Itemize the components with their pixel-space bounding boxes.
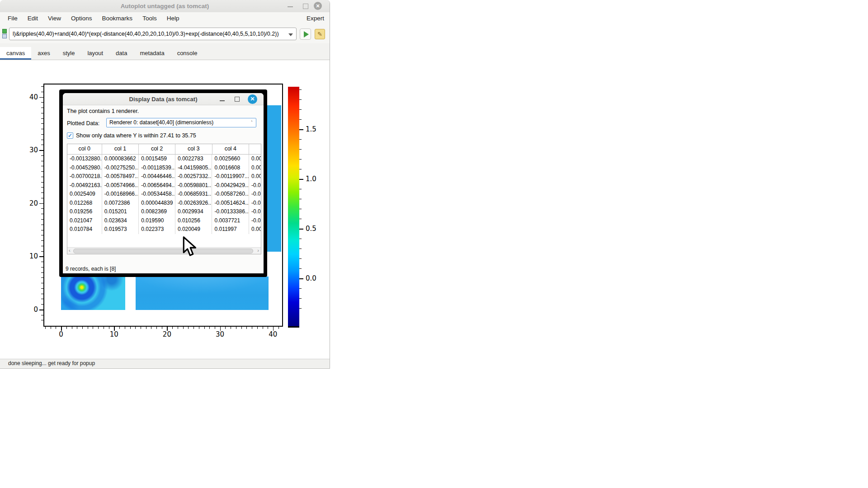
colorbar-tick-mark-1.0 — [299, 179, 303, 180]
inspect-uri-button[interactable]: ✎ — [315, 29, 325, 39]
table-cell: -0.00700218... — [67, 172, 102, 181]
chevron-down-icon: ˋ — [251, 119, 253, 128]
column-header-3[interactable]: col 3 — [175, 144, 212, 154]
table-cell: 0.012268 — [67, 199, 102, 208]
plotted-data-select[interactable]: Renderer 0: dataset[40,40] (dimensionles… — [106, 118, 256, 127]
table-cell: -0.00168966... — [102, 190, 139, 199]
dialog-close-icon[interactable]: ✕ — [248, 94, 257, 104]
menu-item-bookmarks[interactable]: Bookmarks — [97, 13, 138, 23]
filter-checkbox[interactable]: ✓ — [67, 132, 73, 139]
table-cell: 0.020049 — [175, 225, 212, 234]
expert-menu[interactable]: Expert — [307, 15, 324, 22]
menu-item-view[interactable]: View — [43, 13, 66, 23]
tab-layout[interactable]: layout — [81, 47, 109, 60]
tab-console[interactable]: console — [171, 47, 204, 60]
spectrogram-right-strip — [266, 105, 281, 252]
column-header-4[interactable]: col 4 — [212, 144, 250, 154]
colorbar[interactable] — [288, 87, 299, 328]
table-row[interactable]: 0.0192560.0152010.00823690.0029934-0.001… — [67, 207, 261, 216]
table-cell: -0.00446446... — [139, 172, 175, 181]
data-table[interactable]: col 0col 1col 2col 3col 4 -0.00132880...… — [67, 144, 261, 254]
table-cell: -0.00133386... — [212, 207, 249, 216]
datasource-green-icon — [2, 29, 7, 33]
table-cell: 0.0029934 — [175, 207, 212, 216]
window-minimize-icon[interactable] — [288, 6, 293, 7]
table-cell: -0.00514624... — [212, 199, 249, 208]
horizontal-scrollbar[interactable]: ‹ › — [67, 247, 261, 254]
tab-canvas[interactable]: canvas — [0, 47, 31, 60]
table-row[interactable]: 0.0107840.0195730.0223730.0200490.011997… — [67, 225, 261, 234]
table-row[interactable]: 0.0122680.00723860.000044839-0.00263926.… — [67, 199, 261, 208]
table-cell: 0.021047 — [67, 216, 102, 225]
window-close-icon[interactable]: ✕ — [314, 2, 322, 10]
table-body: -0.00132880...0.0000836620.00154590.0022… — [67, 155, 261, 234]
tab-style[interactable]: style — [57, 47, 81, 60]
x-axis-minor-ticks — [45, 327, 280, 329]
scroll-right-icon[interactable]: › — [257, 248, 259, 253]
scroll-left-icon[interactable]: ‹ — [69, 248, 71, 253]
table-cell: 0.0016608 — [212, 164, 249, 173]
window-maximize-icon[interactable] — [303, 4, 308, 9]
x-tick-label-0: 0 — [52, 330, 70, 338]
colorbar-tick-mark-0.5 — [299, 229, 303, 230]
dialog-minimize-icon[interactable] — [220, 100, 225, 101]
table-cell: -0.0 — [249, 190, 261, 199]
table-row[interactable]: -0.00452980...-0.00275250...-0.00118539.… — [67, 164, 261, 173]
uri-input[interactable]: l)&ripples(40,40)+rand(40,40)*(exp(-dist… — [9, 28, 297, 40]
tab-metadata[interactable]: metadata — [133, 47, 170, 60]
colorbar-tick-mark-0.0 — [299, 278, 303, 279]
table-cell: -0.0 — [249, 207, 261, 216]
table-row[interactable]: -0.00132880...0.0000836620.00154590.0022… — [67, 155, 261, 164]
column-header-2[interactable]: col 2 — [139, 144, 175, 154]
x-tick-mark-10 — [114, 327, 115, 331]
table-row[interactable]: -0.00700218...-0.00578497...-0.00446446.… — [67, 172, 261, 181]
menu-item-file[interactable]: File — [3, 13, 23, 23]
x-tick-mark-0 — [61, 327, 62, 331]
column-header-0[interactable]: col 0 — [67, 144, 102, 154]
status-bar: done sleeping... get ready for popup — [0, 359, 330, 368]
table-cell: -0.00578497... — [102, 172, 139, 181]
tab-data[interactable]: data — [109, 47, 133, 60]
table-cell: -0.00587260... — [212, 190, 249, 199]
plot-canvas[interactable]: 0102030400102030400.00.51.01.5 Display D… — [0, 60, 330, 359]
colorbar-tick-label-0.0: 0.0 — [306, 274, 316, 282]
menu-item-options[interactable]: Options — [66, 13, 97, 23]
table-row[interactable]: -0.00492163...-0.00574966...-0.00656494.… — [67, 181, 261, 190]
table-cell: 0.0072386 — [102, 199, 139, 208]
table-cell: 0.010256 — [175, 216, 212, 225]
window-titlebar[interactable]: Autoplot untagged (as tomcat) ✕ — [0, 0, 330, 12]
table-cell: 0.023634 — [102, 216, 139, 225]
table-cell: -0.00574966... — [102, 181, 139, 190]
menu-item-tools[interactable]: Tools — [137, 13, 162, 23]
table-cell: -0.0 — [249, 181, 261, 190]
colorbar-tick-label-1.0: 1.0 — [306, 175, 316, 183]
plotted-data-value: Renderer 0: dataset[40,40] (dimensionles… — [109, 119, 213, 126]
table-row[interactable]: 0.0210470.0236340.0195900.0102560.003772… — [67, 216, 261, 225]
dialog-maximize-icon[interactable] — [235, 97, 240, 102]
table-cell: 0.0015459 — [139, 155, 175, 164]
tab-bar: canvasaxesstylelayoutdatametadataconsole — [0, 43, 330, 60]
table-cell: 0.0025660 — [212, 155, 249, 164]
table-cell: 0.00 — [249, 155, 261, 164]
menu-item-help[interactable]: Help — [162, 13, 184, 23]
table-cell: 0.000044839 — [139, 199, 175, 208]
column-header-5[interactable] — [249, 144, 261, 154]
column-header-1[interactable]: col 1 — [102, 144, 139, 154]
tab-axes[interactable]: axes — [31, 47, 56, 60]
table-row[interactable]: 0.0025409-0.00168966...-0.00534458...-0.… — [67, 190, 261, 199]
x-tick-label-20: 20 — [158, 330, 176, 338]
table-cell: -0.00534458... — [139, 190, 175, 199]
uri-text[interactable]: l)&ripples(40,40)+rand(40,40)*(exp(-dist… — [13, 31, 284, 37]
table-cell: -0.00656494... — [139, 181, 175, 190]
menu-item-edit[interactable]: Edit — [23, 13, 43, 23]
uri-dropdown-icon[interactable] — [288, 33, 293, 38]
dialog-titlebar[interactable]: Display Data (as tomcat) ✕ — [63, 93, 264, 105]
table-cell: 0.000083662 — [102, 155, 139, 164]
go-button[interactable] — [300, 28, 311, 40]
table-cell: -0.00132880... — [67, 155, 102, 164]
y-tick-mark-0 — [39, 310, 43, 310]
y-tick-label-20: 20 — [22, 199, 38, 207]
table-cell: 0.015201 — [102, 207, 139, 216]
scrollbar-thumb[interactable] — [73, 249, 253, 253]
table-cell: 0.019573 — [102, 225, 139, 234]
